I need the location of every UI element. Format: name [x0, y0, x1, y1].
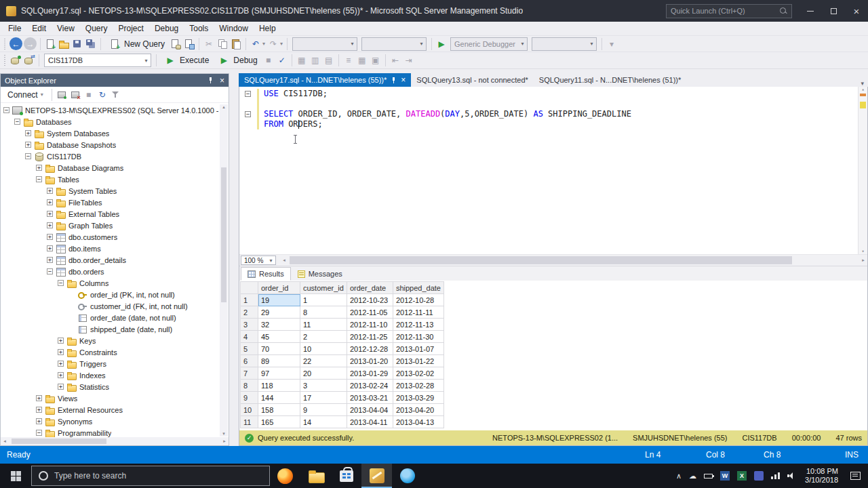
tree-item[interactable]: shipped_date (date, null)	[1, 323, 229, 335]
find-scope-combo-arrow[interactable]: ▾	[417, 41, 426, 47]
tree-item[interactable]: customer_id (FK, int, not null)	[1, 300, 229, 312]
row-number[interactable]: 8	[241, 380, 258, 392]
scroll-track[interactable]	[859, 92, 867, 249]
editor-code[interactable]: −USE CIS117DB;−SELECT ORDER_ID, ORDER_DA…	[239, 87, 867, 129]
new-analysis-query-icon[interactable]	[184, 39, 195, 49]
tree-item[interactable]: +Database Snapshots	[1, 139, 229, 150]
tab-close-icon[interactable]: ×	[401, 76, 406, 84]
tree-item[interactable]: order_date (date, not null)	[1, 312, 229, 323]
grid-cell[interactable]: 2013-02-24	[347, 380, 393, 392]
paste-icon[interactable]	[231, 39, 241, 49]
tree-expander[interactable]: −	[25, 153, 31, 159]
grid-cell[interactable]: 165	[258, 416, 300, 428]
tree-expander[interactable]: +	[47, 245, 53, 251]
grid-cell[interactable]: 97	[258, 367, 300, 380]
results-to-text-icon[interactable]: ≡	[342, 54, 355, 66]
undo-icon-dropdown-arrow[interactable]: ▾	[262, 41, 265, 47]
connect-button[interactable]: Connect▾	[3, 88, 49, 102]
estimated-plan-icon[interactable]: ▦	[296, 54, 308, 66]
action-center-button[interactable]	[842, 464, 868, 488]
tree-item[interactable]: +Views	[1, 392, 229, 404]
firefox-taskbar-button[interactable]	[270, 464, 300, 488]
row-number[interactable]: 7	[241, 367, 258, 380]
tree-expander[interactable]: +	[36, 407, 42, 413]
grid-cell[interactable]: 2013-02-28	[393, 380, 443, 392]
redo-icon-dropdown-arrow[interactable]: ▾	[280, 41, 283, 47]
grid-cell[interactable]: 2012-10-28	[393, 294, 443, 306]
grid-cell[interactable]: 158	[258, 404, 300, 416]
scroll-up-icon[interactable]: ▴	[222, 104, 225, 110]
maximize-button[interactable]	[822, 0, 845, 22]
network-icon[interactable]	[771, 472, 780, 479]
sql-editor[interactable]: −USE CIS117DB;−SELECT ORDER_ID, ORDER_DA…	[239, 87, 867, 255]
scroll-track[interactable]	[288, 255, 859, 266]
stop-icon[interactable]: ■	[262, 54, 275, 66]
tree-item[interactable]: +System Tables	[1, 185, 229, 197]
tree-expander[interactable]: +	[47, 222, 53, 228]
fold-collapse-icon[interactable]: −	[245, 111, 251, 117]
tree-expander[interactable]: +	[47, 211, 53, 217]
outdent-icon[interactable]: ⇤	[389, 54, 401, 66]
scroll-thumb[interactable]	[290, 256, 792, 264]
cut-icon[interactable]: ✂	[203, 38, 215, 50]
grid-cell[interactable]: 2013-02-02	[393, 367, 443, 380]
change-connection-icon[interactable]	[24, 55, 35, 66]
quick-launch-input[interactable]: Quick Launch (Ctrl+Q)	[666, 4, 792, 18]
execute-button[interactable]: ▶Execute	[159, 54, 213, 67]
grid-cell[interactable]: 3	[300, 380, 347, 392]
editor-tab[interactable]: SQLQuery13.sql - not connected*	[411, 73, 533, 87]
grid-cell[interactable]: 19	[258, 294, 300, 306]
tree-expander[interactable]: +	[58, 361, 64, 367]
new-database-engine-query-icon[interactable]	[170, 39, 181, 49]
menu-debug[interactable]: Debug	[149, 24, 184, 33]
row-number[interactable]: 6	[241, 355, 258, 367]
minimize-button[interactable]	[799, 0, 822, 22]
grid-cell[interactable]: 2013-04-20	[393, 404, 443, 416]
debug-start-icon[interactable]: ▶	[435, 38, 448, 50]
tree-expander[interactable]: +	[36, 418, 42, 424]
grid-cell[interactable]: 29	[258, 306, 300, 319]
tree-item[interactable]: +Triggers	[1, 358, 229, 369]
grid-cell[interactable]: 2013-03-29	[393, 392, 443, 404]
undo-icon[interactable]: ↶	[250, 38, 262, 50]
grid-cell[interactable]: 2012-11-13	[393, 319, 443, 331]
parse-icon[interactable]: ✓	[276, 54, 288, 66]
scroll-track[interactable]	[220, 110, 228, 431]
tree-item[interactable]: −Tables	[1, 174, 229, 185]
menu-tools[interactable]: Tools	[184, 24, 214, 33]
find-scope-combo[interactable]: ▾	[361, 37, 427, 51]
grid-cell[interactable]: 2013-01-07	[393, 343, 443, 355]
chevron-down-icon[interactable]: ▾	[267, 258, 275, 264]
row-number[interactable]: 1	[241, 294, 258, 306]
live-query-stats-icon[interactable]: ▥	[309, 54, 321, 66]
tree-item[interactable]: −Columns	[1, 277, 229, 289]
editor-tab[interactable]: SQLQuery11.sql - N...DNET\helenes (51))*	[534, 73, 686, 87]
word-icon[interactable]: W	[720, 471, 730, 481]
row-number[interactable]: 9	[241, 392, 258, 404]
tree-expander[interactable]: +	[47, 188, 53, 194]
tree-item[interactable]: +Synonyms	[1, 415, 229, 427]
menu-query[interactable]: Query	[80, 24, 113, 33]
connect-object-icon[interactable]	[56, 89, 67, 100]
tree-item[interactable]: +External Resources	[1, 404, 229, 415]
row-number[interactable]: 3	[241, 319, 258, 331]
row-number[interactable]: 10	[241, 404, 258, 416]
grid-cell[interactable]: 1	[300, 294, 347, 306]
tree-item[interactable]: +dbo.order_details	[1, 254, 229, 266]
object-explorer-hscrollbar[interactable]: ◂ ▸	[1, 437, 229, 445]
results-to-grid-icon[interactable]: ▦	[356, 54, 368, 66]
find-combo[interactable]: ▾	[292, 37, 357, 51]
menu-window[interactable]: Window	[214, 24, 254, 33]
connect-database-icon[interactable]	[10, 55, 21, 66]
tree-expander[interactable]: +	[58, 372, 64, 378]
row-number[interactable]: 2	[241, 306, 258, 319]
tree-item[interactable]: +System Databases	[1, 127, 229, 139]
grid-cell[interactable]: 10	[300, 343, 347, 355]
tree-expander[interactable]: −	[47, 268, 53, 274]
tree-item[interactable]: +FileTables	[1, 197, 229, 208]
menu-help[interactable]: Help	[254, 24, 281, 33]
menu-file[interactable]: File	[3, 24, 26, 33]
grid-cell[interactable]: 2012-11-30	[393, 331, 443, 343]
new-query-file-icon[interactable]	[45, 39, 56, 49]
grid-cell[interactable]: 14	[300, 416, 347, 428]
